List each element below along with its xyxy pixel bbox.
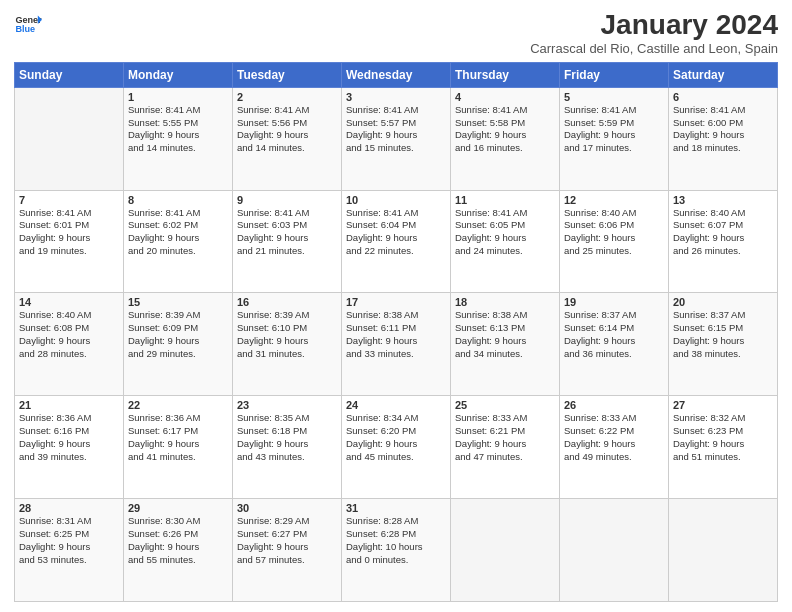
day-number: 10 [346,194,446,206]
weekday-header-cell: Wednesday [342,62,451,87]
weekday-header-cell: Tuesday [233,62,342,87]
day-number: 15 [128,296,228,308]
day-number: 17 [346,296,446,308]
day-info: Sunrise: 8:40 AM Sunset: 6:06 PM Dayligh… [564,207,664,258]
header: General Blue January 2024 Carrascal del … [14,10,778,56]
calendar-cell: 20Sunrise: 8:37 AM Sunset: 6:15 PM Dayli… [669,293,778,396]
day-number: 9 [237,194,337,206]
day-info: Sunrise: 8:41 AM Sunset: 5:56 PM Dayligh… [237,104,337,155]
day-number: 11 [455,194,555,206]
day-info: Sunrise: 8:31 AM Sunset: 6:25 PM Dayligh… [19,515,119,566]
day-number: 31 [346,502,446,514]
calendar-cell: 9Sunrise: 8:41 AM Sunset: 6:03 PM Daylig… [233,190,342,293]
day-number: 29 [128,502,228,514]
day-info: Sunrise: 8:33 AM Sunset: 6:21 PM Dayligh… [455,412,555,463]
calendar-cell: 28Sunrise: 8:31 AM Sunset: 6:25 PM Dayli… [15,499,124,602]
calendar-cell: 25Sunrise: 8:33 AM Sunset: 6:21 PM Dayli… [451,396,560,499]
calendar-cell: 5Sunrise: 8:41 AM Sunset: 5:59 PM Daylig… [560,87,669,190]
day-number: 30 [237,502,337,514]
day-number: 18 [455,296,555,308]
weekday-header-cell: Sunday [15,62,124,87]
logo: General Blue [14,10,42,38]
day-number: 25 [455,399,555,411]
calendar-cell: 18Sunrise: 8:38 AM Sunset: 6:13 PM Dayli… [451,293,560,396]
day-info: Sunrise: 8:36 AM Sunset: 6:16 PM Dayligh… [19,412,119,463]
day-number: 21 [19,399,119,411]
day-number: 2 [237,91,337,103]
svg-text:Blue: Blue [15,24,35,34]
day-number: 12 [564,194,664,206]
day-info: Sunrise: 8:30 AM Sunset: 6:26 PM Dayligh… [128,515,228,566]
calendar-cell: 14Sunrise: 8:40 AM Sunset: 6:08 PM Dayli… [15,293,124,396]
calendar-cell: 10Sunrise: 8:41 AM Sunset: 6:04 PM Dayli… [342,190,451,293]
day-info: Sunrise: 8:41 AM Sunset: 6:05 PM Dayligh… [455,207,555,258]
subtitle: Carrascal del Rio, Castille and Leon, Sp… [530,41,778,56]
day-info: Sunrise: 8:34 AM Sunset: 6:20 PM Dayligh… [346,412,446,463]
day-info: Sunrise: 8:41 AM Sunset: 5:57 PM Dayligh… [346,104,446,155]
calendar-cell: 12Sunrise: 8:40 AM Sunset: 6:06 PM Dayli… [560,190,669,293]
calendar-cell: 1Sunrise: 8:41 AM Sunset: 5:55 PM Daylig… [124,87,233,190]
calendar-cell: 15Sunrise: 8:39 AM Sunset: 6:09 PM Dayli… [124,293,233,396]
calendar-cell: 13Sunrise: 8:40 AM Sunset: 6:07 PM Dayli… [669,190,778,293]
day-info: Sunrise: 8:38 AM Sunset: 6:13 PM Dayligh… [455,309,555,360]
calendar-table: SundayMondayTuesdayWednesdayThursdayFrid… [14,62,778,602]
day-info: Sunrise: 8:29 AM Sunset: 6:27 PM Dayligh… [237,515,337,566]
calendar-cell: 22Sunrise: 8:36 AM Sunset: 6:17 PM Dayli… [124,396,233,499]
day-info: Sunrise: 8:41 AM Sunset: 6:04 PM Dayligh… [346,207,446,258]
calendar-cell: 11Sunrise: 8:41 AM Sunset: 6:05 PM Dayli… [451,190,560,293]
day-info: Sunrise: 8:41 AM Sunset: 5:58 PM Dayligh… [455,104,555,155]
calendar-cell [451,499,560,602]
calendar-cell: 2Sunrise: 8:41 AM Sunset: 5:56 PM Daylig… [233,87,342,190]
day-info: Sunrise: 8:38 AM Sunset: 6:11 PM Dayligh… [346,309,446,360]
day-number: 23 [237,399,337,411]
day-number: 26 [564,399,664,411]
calendar-cell [15,87,124,190]
calendar-cell: 16Sunrise: 8:39 AM Sunset: 6:10 PM Dayli… [233,293,342,396]
day-info: Sunrise: 8:41 AM Sunset: 6:02 PM Dayligh… [128,207,228,258]
calendar-cell: 31Sunrise: 8:28 AM Sunset: 6:28 PM Dayli… [342,499,451,602]
day-number: 1 [128,91,228,103]
main-title: January 2024 [530,10,778,41]
day-info: Sunrise: 8:40 AM Sunset: 6:08 PM Dayligh… [19,309,119,360]
day-info: Sunrise: 8:41 AM Sunset: 6:00 PM Dayligh… [673,104,773,155]
calendar-cell [560,499,669,602]
day-info: Sunrise: 8:37 AM Sunset: 6:15 PM Dayligh… [673,309,773,360]
weekday-header-cell: Thursday [451,62,560,87]
day-info: Sunrise: 8:39 AM Sunset: 6:10 PM Dayligh… [237,309,337,360]
calendar-cell: 30Sunrise: 8:29 AM Sunset: 6:27 PM Dayli… [233,499,342,602]
calendar-cell: 8Sunrise: 8:41 AM Sunset: 6:02 PM Daylig… [124,190,233,293]
calendar-cell: 3Sunrise: 8:41 AM Sunset: 5:57 PM Daylig… [342,87,451,190]
day-info: Sunrise: 8:33 AM Sunset: 6:22 PM Dayligh… [564,412,664,463]
calendar-cell [669,499,778,602]
day-info: Sunrise: 8:36 AM Sunset: 6:17 PM Dayligh… [128,412,228,463]
day-number: 19 [564,296,664,308]
day-info: Sunrise: 8:35 AM Sunset: 6:18 PM Dayligh… [237,412,337,463]
calendar-cell: 29Sunrise: 8:30 AM Sunset: 6:26 PM Dayli… [124,499,233,602]
calendar-cell: 19Sunrise: 8:37 AM Sunset: 6:14 PM Dayli… [560,293,669,396]
day-info: Sunrise: 8:39 AM Sunset: 6:09 PM Dayligh… [128,309,228,360]
calendar-cell: 26Sunrise: 8:33 AM Sunset: 6:22 PM Dayli… [560,396,669,499]
title-block: January 2024 Carrascal del Rio, Castille… [530,10,778,56]
day-number: 13 [673,194,773,206]
day-info: Sunrise: 8:40 AM Sunset: 6:07 PM Dayligh… [673,207,773,258]
day-number: 14 [19,296,119,308]
day-info: Sunrise: 8:41 AM Sunset: 6:01 PM Dayligh… [19,207,119,258]
day-number: 7 [19,194,119,206]
calendar-cell: 21Sunrise: 8:36 AM Sunset: 6:16 PM Dayli… [15,396,124,499]
calendar-cell: 24Sunrise: 8:34 AM Sunset: 6:20 PM Dayli… [342,396,451,499]
calendar-cell: 17Sunrise: 8:38 AM Sunset: 6:11 PM Dayli… [342,293,451,396]
day-info: Sunrise: 8:41 AM Sunset: 5:59 PM Dayligh… [564,104,664,155]
day-info: Sunrise: 8:37 AM Sunset: 6:14 PM Dayligh… [564,309,664,360]
day-number: 20 [673,296,773,308]
day-number: 3 [346,91,446,103]
calendar-cell: 4Sunrise: 8:41 AM Sunset: 5:58 PM Daylig… [451,87,560,190]
day-info: Sunrise: 8:28 AM Sunset: 6:28 PM Dayligh… [346,515,446,566]
day-number: 16 [237,296,337,308]
day-number: 22 [128,399,228,411]
calendar-cell: 6Sunrise: 8:41 AM Sunset: 6:00 PM Daylig… [669,87,778,190]
day-number: 27 [673,399,773,411]
day-number: 28 [19,502,119,514]
day-info: Sunrise: 8:41 AM Sunset: 6:03 PM Dayligh… [237,207,337,258]
calendar-cell: 23Sunrise: 8:35 AM Sunset: 6:18 PM Dayli… [233,396,342,499]
weekday-header-cell: Monday [124,62,233,87]
